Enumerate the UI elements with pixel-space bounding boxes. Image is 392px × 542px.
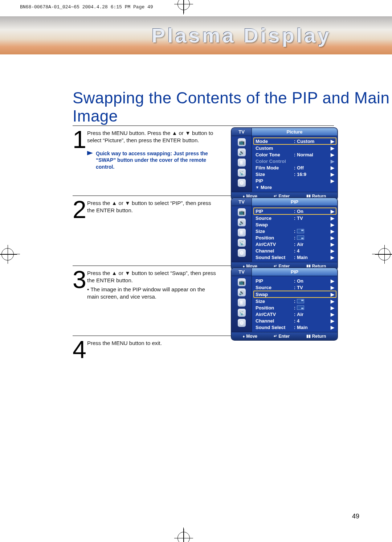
osd-row-value: TV (297, 215, 330, 221)
chevron-right-icon: ▶ (330, 178, 334, 184)
osd-row-label: Swap (256, 222, 293, 227)
osd-row-size[interactable]: Size : ▶ (256, 298, 334, 304)
step-number: 3 (73, 266, 87, 300)
osd-row-position[interactable]: Position : ▶ (256, 234, 334, 241)
osd-row-size[interactable]: Size : 16:9 ▶ (256, 171, 334, 177)
chevron-right-icon: ▶ (330, 152, 334, 157)
osd-row-colon: : (293, 318, 297, 324)
osd-row-source[interactable]: Source : TV ▶ (256, 215, 334, 221)
osd-category-icon-0[interactable]: 📺 (238, 138, 246, 146)
osd-more[interactable]: More (256, 184, 334, 190)
osd-category-icon-1[interactable]: 🔊 (238, 218, 246, 226)
step-tip: Quick way to access swapping: Just press… (87, 150, 218, 171)
osd-row-label: Size (256, 172, 293, 177)
osd-row-pip[interactable]: PIP ▶ (256, 177, 334, 184)
osd-row-value: Off (297, 165, 330, 171)
osd-row-air-catv[interactable]: Air/CATV : Air ▶ (256, 311, 334, 317)
osd-row-source[interactable]: Source : TV ▶ (256, 284, 334, 291)
osd-category-icon-1[interactable]: 🔊 (238, 288, 246, 296)
osd-row-label: PIP (256, 178, 293, 184)
osd-row-label: Custom (256, 145, 293, 151)
osd-row-size[interactable]: Size : ▶ (256, 228, 334, 234)
osd-row-sound-select[interactable]: Sound Select : Main ▶ (256, 254, 334, 260)
osd-category-icon-2[interactable]: 🎚 (238, 159, 246, 167)
osd-row-channel[interactable]: Channel : 4 ▶ (256, 317, 334, 324)
osd-title: Picture (252, 128, 337, 136)
osd-row-value: 4 (297, 318, 330, 324)
banner-title: Plasma Display (61, 24, 331, 47)
step-number: 1 (73, 126, 87, 171)
osd-row-pip[interactable]: PIP : On ▶ (253, 208, 336, 215)
osd-row-value: TV (297, 285, 330, 290)
osd-category-icon-3[interactable]: 📡 (238, 239, 246, 247)
osd-row-value: 4 (297, 248, 330, 254)
osd-category-icon-0[interactable]: 📺 (238, 208, 246, 216)
osd-category-icon-2[interactable]: 🎚 (238, 299, 246, 307)
osd-row-swap[interactable]: Swap ▶ (253, 291, 336, 298)
osd-row-swap[interactable]: Swap ▶ (256, 221, 334, 228)
osd-row-colon: : (293, 172, 297, 177)
osd-pip-swap-menu: TV PIP 📺🔊🎚📡⚙ PIP : On ▶ Source : TV ▶ Sw… (231, 267, 338, 341)
osd-row-film-mode[interactable]: Film Mode : Off ▶ (256, 164, 334, 171)
chevron-right-icon: ▶ (330, 278, 334, 284)
osd-category-icon-4[interactable]: ⚙ (238, 179, 246, 187)
chevron-right-icon: ▶ (330, 292, 334, 297)
osd-category-icon-1[interactable]: 🔊 (238, 148, 246, 156)
osd-category-icon-4[interactable]: ⚙ (238, 249, 246, 257)
chevron-right-icon: ▶ (330, 325, 334, 330)
osd-row-value: Air (297, 312, 330, 317)
osd-row-colon: : (293, 209, 297, 214)
osd-row-mode[interactable]: Mode : Custom ▶ (253, 137, 336, 145)
page-number: 49 (352, 513, 359, 520)
pip-box-icon (297, 229, 304, 233)
step-number: 2 (73, 196, 87, 219)
osd-row-air-catv[interactable]: Air/CATV : Air ▶ (256, 241, 334, 247)
osd-row-colon: : (293, 229, 297, 234)
osd-row-label: PIP (256, 278, 293, 284)
osd-row-label: PIP (256, 209, 293, 214)
osd-row-value (297, 235, 330, 241)
osd-row-label: Channel (256, 248, 293, 254)
step-text: Press the MENU button to exit. (87, 340, 218, 347)
chevron-right-icon: ▶ (330, 165, 334, 171)
chevron-right-icon: ▶ (330, 318, 334, 324)
osd-row-colon: : (293, 305, 297, 311)
osd-row-sound-select[interactable]: Sound Select : Main ▶ (256, 324, 334, 330)
osd-row-value: Air (297, 242, 330, 247)
osd-category-icon-4[interactable]: ⚙ (238, 319, 246, 327)
osd-row-pip[interactable]: PIP : On ▶ (256, 278, 334, 284)
osd-row-colon: : (293, 255, 297, 260)
osd-category-icon-0[interactable]: 📺 (238, 278, 246, 286)
osd-row-channel[interactable]: Channel : 4 ▶ (256, 247, 334, 254)
osd-row-value (297, 229, 330, 234)
osd-row-color-control[interactable]: Color Control ▶ (256, 158, 334, 164)
step-bullet: • The image in the PIP window will appea… (87, 286, 218, 301)
osd-row-label: Size (256, 229, 293, 234)
osd-category-icon-3[interactable]: 📡 (238, 169, 246, 177)
chevron-right-icon: ▶ (330, 248, 334, 254)
osd-row-position[interactable]: Position : ▶ (256, 304, 334, 311)
osd-row-value: Main (297, 325, 330, 330)
osd-row-value (297, 299, 330, 304)
osd-title: PIP (252, 198, 337, 206)
osd-row-color-tone[interactable]: Color Tone : Normal ▶ (256, 151, 334, 158)
osd-rows: Mode : Custom ▶ Custom ▶ Color Tone : No… (252, 136, 337, 192)
osd-row-colon: : (293, 285, 297, 290)
osd-row-colon: : (293, 215, 297, 221)
osd-row-label: Sound Select (256, 255, 293, 260)
osd-row-colon: : (293, 278, 297, 284)
step-text: Press the ▲ or ▼ button to select “PIP”,… (87, 200, 218, 214)
osd-category-icon-2[interactable]: 🎚 (238, 229, 246, 237)
chevron-right-icon: ▶ (330, 229, 334, 234)
chevron-right-icon: ▶ (330, 312, 334, 317)
osd-category-icon-3[interactable]: 📡 (238, 309, 246, 317)
step-number: 4 (73, 336, 87, 359)
osd-row-custom[interactable]: Custom ▶ (256, 145, 334, 151)
osd-rows: PIP : On ▶ Source : TV ▶ Swap ▶ Size : ▶… (252, 276, 337, 332)
osd-row-colon: : (293, 242, 297, 247)
osd-row-label: Color Control (256, 159, 293, 164)
osd-icon-strip: 📺🔊🎚📡⚙ (232, 276, 252, 332)
chevron-right-icon: ▶ (330, 299, 334, 304)
osd-row-value: Normal (297, 152, 330, 157)
osd-title: PIP (252, 268, 337, 276)
